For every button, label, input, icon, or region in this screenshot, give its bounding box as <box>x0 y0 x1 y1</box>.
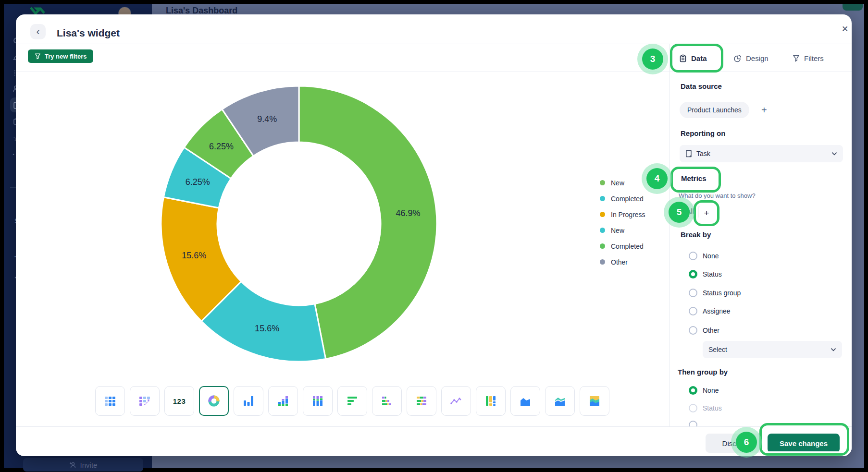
radio-icon[interactable] <box>689 252 697 260</box>
radio-label: None <box>703 252 719 260</box>
legend-dot <box>600 243 605 249</box>
pie-chart-icon <box>733 54 742 62</box>
radio-label: Status <box>703 404 722 412</box>
header-divider <box>16 44 852 44</box>
radio-label: None <box>703 387 719 394</box>
funnel-icon <box>793 54 800 62</box>
then-group-by-option-none[interactable]: None <box>689 386 719 395</box>
break-by-option-none[interactable]: None <box>689 251 719 261</box>
task-doc-icon <box>685 150 692 157</box>
try-new-filters-label: Try new filters <box>45 53 87 60</box>
legend-item[interactable]: Other <box>600 257 645 267</box>
legend-item[interactable]: In Progress <box>600 209 645 219</box>
metrics-heading: Metrics <box>681 174 707 182</box>
legend-item[interactable]: New <box>600 225 645 235</box>
chart-type-picker: 123 <box>95 386 609 416</box>
chart-type-line[interactable] <box>441 386 471 416</box>
chart-type-stacked-area[interactable] <box>545 386 575 416</box>
reporting-on-value: Task <box>696 150 710 157</box>
chart-type-table[interactable] <box>95 386 125 416</box>
chart-type-donut[interactable] <box>199 386 229 416</box>
legend-label: New <box>611 179 624 187</box>
radio-label: Status <box>703 270 722 278</box>
break-by-other-select[interactable]: Select <box>703 341 842 358</box>
donut-slice-new[interactable] <box>299 86 437 359</box>
invite-button[interactable]: Invite <box>23 458 143 472</box>
donut-chart: 46.9%15.6%15.6%6.25%6.25%9.4% <box>160 85 438 363</box>
legend-dot <box>600 228 605 233</box>
chart-type-percent-stacked-bar[interactable] <box>407 386 436 416</box>
reporting-on-select[interactable]: Task <box>680 145 843 162</box>
radio-icon[interactable] <box>689 307 697 315</box>
tab-design-label: Design <box>746 54 769 62</box>
chart-type-bar[interactable] <box>337 386 367 416</box>
chevron-down-icon <box>831 348 836 351</box>
legend-label: Completed <box>611 242 644 250</box>
radio-label: Status group <box>703 289 741 297</box>
break-by-option-status[interactable]: Status <box>689 269 722 279</box>
step-badge-5: 5 <box>669 202 690 223</box>
slice-percentage-label: 15.6% <box>255 324 279 334</box>
slice-percentage-label: 9.4% <box>257 114 277 124</box>
tab-data-label: Data <box>691 54 707 62</box>
step-badge-6: 6 <box>736 432 757 453</box>
step-badge-3: 3 <box>642 48 663 70</box>
legend-dot <box>600 196 605 201</box>
chart-type-percent-stacked-area[interactable] <box>580 386 609 416</box>
legend-label: In Progress <box>611 211 645 218</box>
break-by-option-other[interactable]: Other <box>689 326 719 335</box>
tab-filters[interactable]: Filters <box>793 52 824 64</box>
legend-label: Other <box>611 258 628 266</box>
add-data-source-icon[interactable]: + <box>761 105 767 116</box>
break-by-option-assignee[interactable]: Assignee <box>689 306 731 316</box>
tab-filters-label: Filters <box>804 54 824 62</box>
tab-data[interactable]: Data <box>679 52 707 64</box>
slice-percentage-label: 6.25% <box>186 177 210 187</box>
funnel-icon <box>35 53 41 60</box>
metrics-subtitle: What do you want to show? <box>679 192 756 199</box>
active-tab-underline <box>679 70 710 72</box>
select-placeholder: Select <box>708 346 727 353</box>
back-button[interactable]: ‹ <box>30 24 46 39</box>
chart-type-percent-stacked-column[interactable] <box>303 386 333 416</box>
save-changes-button[interactable]: Save changes <box>768 434 840 453</box>
toolbar-divider <box>16 72 852 72</box>
radio-icon[interactable] <box>689 289 697 297</box>
radio-disabled-icon <box>689 404 697 412</box>
close-icon[interactable]: ✕ <box>839 23 851 35</box>
chart-type-stacked-column[interactable] <box>268 386 298 416</box>
then-group-by-heading: Then group by <box>678 368 728 376</box>
widget-title: Lisa's widget <box>57 27 120 39</box>
try-new-filters-button[interactable]: Try new filters <box>28 49 93 63</box>
break-by-heading: Break by <box>681 230 711 239</box>
chart-type-board[interactable] <box>476 386 506 416</box>
reporting-on-heading: Reporting on <box>681 129 725 137</box>
radio-selected-icon[interactable] <box>689 270 697 278</box>
chart-type-pivot-table[interactable] <box>130 386 160 416</box>
data-source-chip[interactable]: Product Launches <box>680 102 749 118</box>
chart-type-number[interactable]: 123 <box>164 386 194 416</box>
chart-type-area[interactable] <box>510 386 540 416</box>
chevron-down-icon <box>831 152 837 156</box>
legend-item[interactable]: Completed <box>600 194 645 204</box>
screen: ☆ ⋯ S + Invite Lisa's Dashboard ‹ Lisa's… <box>0 0 868 472</box>
chart-type-stacked-bar[interactable] <box>372 386 402 416</box>
radio-label: Other <box>703 327 719 334</box>
radio-icon[interactable] <box>689 326 697 335</box>
radio-label: Assignee <box>703 307 731 315</box>
tab-design[interactable]: Design <box>733 52 769 64</box>
legend-label: Completed <box>611 195 644 203</box>
chart-type-column[interactable] <box>234 386 263 416</box>
break-by-option-status-group[interactable]: Status group <box>689 288 741 298</box>
radio-selected-icon[interactable] <box>689 386 697 395</box>
panel-divider <box>669 44 670 426</box>
legend-item[interactable]: New <box>600 178 645 188</box>
legend-item[interactable]: Completed <box>600 241 645 251</box>
clipboard-icon <box>679 54 687 62</box>
invite-label: Invite <box>80 461 98 469</box>
add-metric-button[interactable]: + <box>699 206 714 221</box>
legend-dot <box>600 180 605 185</box>
slice-percentage-label: 15.6% <box>182 251 206 261</box>
chart-legend: New Completed In Progress New Completed … <box>600 178 645 273</box>
step-badge-4: 4 <box>646 168 668 189</box>
